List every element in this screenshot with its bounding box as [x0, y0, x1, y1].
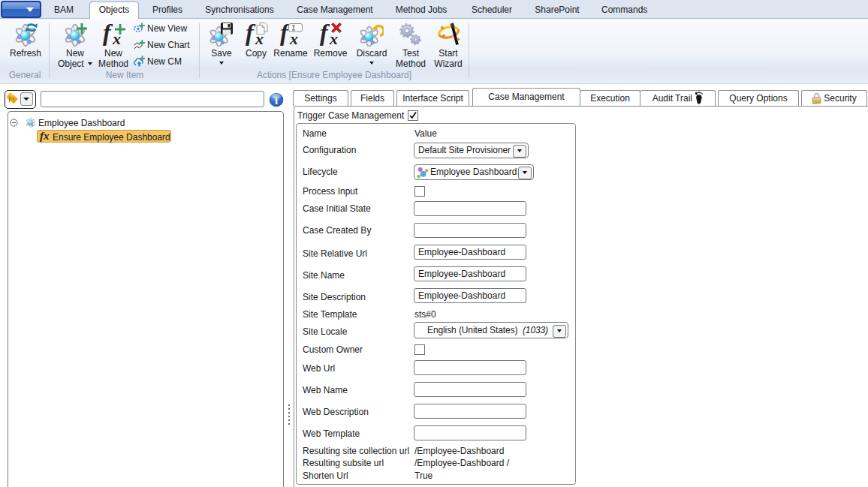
svg-text:i: i — [275, 95, 278, 107]
